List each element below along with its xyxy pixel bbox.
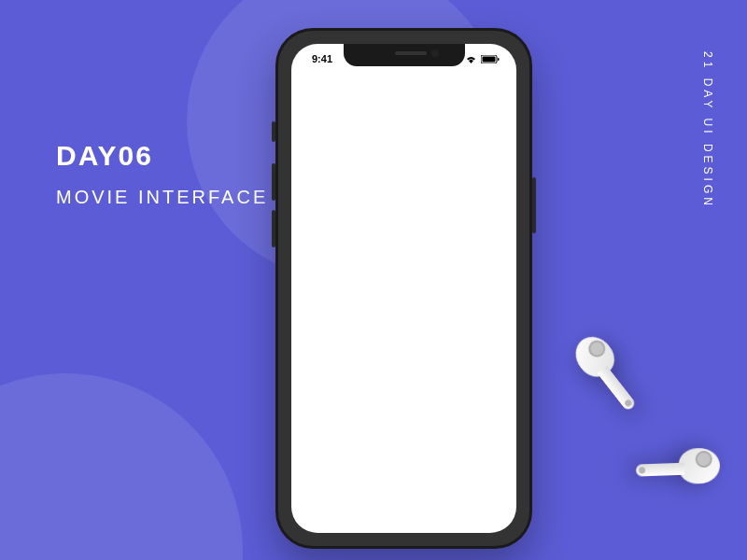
day-title: DAY06: [56, 140, 153, 172]
wifi-icon: [465, 55, 477, 63]
svg-rect-5: [483, 56, 496, 62]
mute-switch: [272, 121, 275, 142]
project-subtitle: MOVIE INTERFACE: [56, 187, 268, 208]
phone-screen: 9:41: [291, 44, 516, 533]
status-time: 9:41: [312, 53, 332, 64]
volume-down-button: [272, 210, 275, 247]
phone-notch: [344, 44, 465, 66]
volume-up-button: [272, 163, 275, 201]
phone-mockup: 9:41: [275, 28, 532, 549]
airpod-right: [568, 329, 647, 417]
power-button: [532, 177, 536, 233]
series-label: 21 DAY UI DESIGN: [701, 51, 714, 209]
airpod-left: [635, 447, 720, 485]
decorative-circle-bottom: [0, 373, 243, 560]
phone-bezel: 9:41: [278, 31, 529, 546]
svg-rect-6: [498, 58, 500, 61]
battery-icon: [481, 55, 500, 63]
